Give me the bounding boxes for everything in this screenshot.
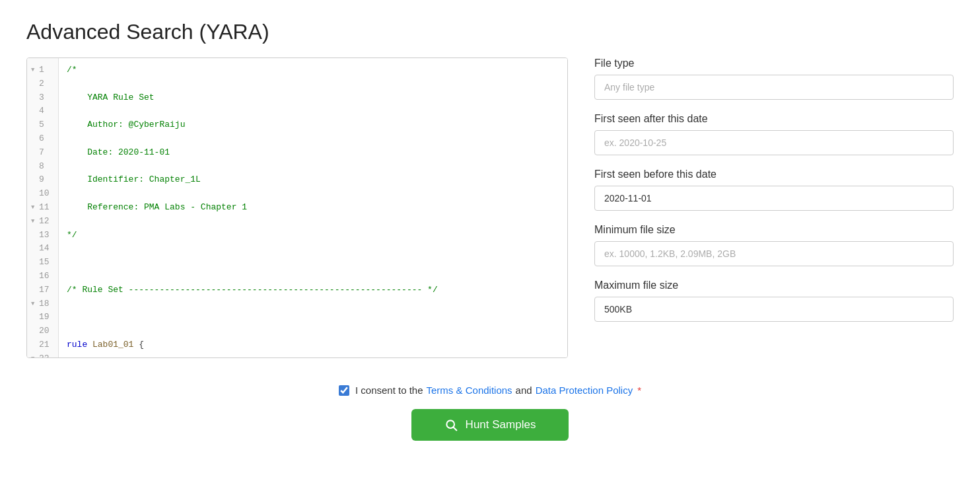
line-numbers: ▼12345678910▼11▼121314151617▼18192021▼22… [27, 58, 59, 357]
line-number: 6 [27, 132, 58, 146]
line-number: 21 [27, 338, 58, 352]
fold-toggle[interactable]: ▼ [31, 354, 38, 357]
code-line: /* Rule Set ----------------------------… [67, 283, 559, 297]
line-number: 7 [27, 146, 58, 160]
hunt-samples-button[interactable]: Hunt Samples [411, 409, 569, 441]
min-file-size-group: Minimum file size [594, 224, 954, 266]
consent-and-text: and [516, 385, 532, 396]
line-number: ▼1 [27, 63, 58, 77]
max-file-size-group: Maximum file size [594, 280, 954, 322]
code-line: */ [67, 229, 559, 243]
line-number: ▼12 [27, 215, 58, 229]
first-seen-before-group: First seen before this date [594, 168, 954, 211]
first-seen-before-label: First seen before this date [594, 168, 954, 180]
max-file-size-input[interactable] [594, 297, 954, 322]
code-line: Author: @CyberRaiju [67, 118, 559, 132]
fold-toggle[interactable]: ▼ [31, 65, 38, 75]
required-star: * [637, 385, 641, 396]
line-number: 5 [27, 118, 58, 132]
search-icon [444, 418, 458, 431]
line-number: 13 [27, 229, 58, 243]
consent-checkbox[interactable] [339, 385, 349, 396]
line-number: ▼18 [27, 297, 58, 311]
line-number: 20 [27, 324, 58, 338]
privacy-link[interactable]: Data Protection Policy [536, 385, 633, 396]
main-layout: ▼12345678910▼11▼121314151617▼18192021▼22… [26, 57, 954, 358]
first-seen-after-label: First seen after this date [594, 113, 954, 125]
min-file-size-input[interactable] [594, 241, 954, 266]
consent-row: I consent to the Terms & Conditions and … [26, 385, 954, 396]
line-number: ▼22 [27, 352, 58, 357]
line-number: 2 [27, 77, 58, 91]
line-number: 8 [27, 160, 58, 174]
max-file-size-label: Maximum file size [594, 280, 954, 291]
file-type-group: File type [594, 57, 954, 100]
line-number: ▼11 [27, 201, 58, 215]
editor-panel: ▼12345678910▼11▼121314151617▼18192021▼22… [26, 57, 568, 358]
fold-toggle[interactable]: ▼ [31, 299, 38, 309]
fold-toggle[interactable]: ▼ [31, 217, 38, 226]
code-line: rule Lab01_01 { [67, 338, 559, 352]
code-line: Reference: PMA Labs - Chapter 1 [67, 201, 559, 215]
code-line: YARA Rule Set [67, 91, 559, 105]
svg-line-1 [453, 428, 456, 431]
first-seen-after-input[interactable] [594, 130, 954, 155]
code-line [67, 256, 559, 270]
line-number: 16 [27, 270, 58, 283]
line-number: 17 [27, 283, 58, 297]
fold-toggle[interactable]: ▼ [31, 203, 38, 212]
min-file-size-label: Minimum file size [594, 224, 954, 236]
hunt-button-label: Hunt Samples [466, 418, 536, 431]
code-line: Identifier: Chapter_1L [67, 173, 559, 187]
code-line [67, 311, 559, 324]
file-type-label: File type [594, 57, 954, 69]
file-type-input[interactable] [594, 75, 954, 100]
code-line: /* [67, 63, 559, 77]
first-seen-after-group: First seen after this date [594, 113, 954, 155]
line-number: 15 [27, 256, 58, 270]
line-number: 10 [27, 187, 58, 201]
line-number: 14 [27, 242, 58, 256]
line-number: 9 [27, 173, 58, 187]
terms-link[interactable]: Terms & Conditions [427, 385, 512, 396]
consent-text-before: I consent to the [355, 385, 423, 396]
first-seen-before-input[interactable] [594, 186, 954, 211]
editor-content: ▼12345678910▼11▼121314151617▼18192021▼22… [27, 58, 567, 357]
code-line: Date: 2020-11-01 [67, 146, 559, 160]
line-number: 4 [27, 104, 58, 118]
line-number: 19 [27, 311, 58, 324]
code-area[interactable]: /* YARA Rule Set Author: @CyberRaiju Dat… [59, 58, 567, 357]
line-number: 3 [27, 91, 58, 105]
right-panel: File type First seen after this date Fir… [594, 57, 954, 335]
page-title: Advanced Search (YARA) [26, 20, 954, 44]
hunt-button-row: Hunt Samples [26, 409, 954, 441]
